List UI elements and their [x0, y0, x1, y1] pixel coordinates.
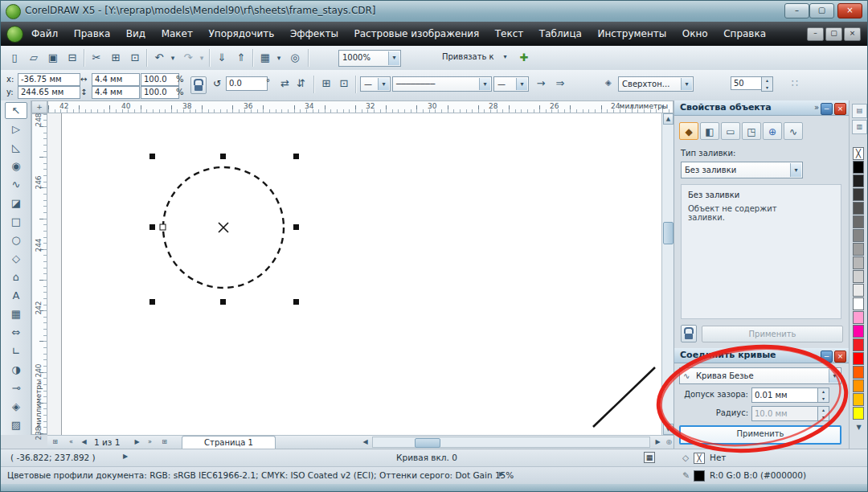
basic-shapes-tool[interactable]: ⌂	[5, 269, 27, 285]
menu-effects[interactable]: Эффекты	[284, 22, 345, 46]
redo-icon[interactable]: ↷	[179, 49, 197, 67]
menu-arrange[interactable]: Упорядочить	[202, 22, 280, 46]
connector-tool[interactable]: ∟	[5, 342, 27, 359]
blend-tool[interactable]: ◑	[5, 361, 27, 378]
print-icon[interactable]: ⊟	[63, 49, 81, 67]
paste-icon[interactable]: ⊡	[126, 49, 144, 67]
zoom-tool[interactable]: ◉	[5, 158, 27, 174]
docker-minimize-icon[interactable]: −	[821, 103, 833, 115]
doc-restore-button[interactable]: ▢	[825, 27, 842, 41]
save-icon[interactable]: ▣	[44, 49, 62, 67]
ellipse-tool[interactable]: ○	[5, 232, 27, 248]
docker-tab-icon[interactable]: ▥	[852, 120, 867, 134]
pick-tool[interactable]: ↖	[5, 102, 27, 119]
object-properties-apply-button[interactable]: Применить	[702, 326, 843, 342]
rectangle-tool[interactable]: □	[5, 213, 27, 230]
fill-type-combo[interactable]: Без заливки ▾	[681, 162, 803, 178]
undo-dropdown-icon[interactable]: ▾	[167, 49, 178, 67]
palette-swatch[interactable]	[853, 338, 864, 351]
docker-close-icon[interactable]: ×	[834, 351, 846, 363]
outline-end-arrow-icon[interactable]: ▾	[516, 78, 527, 90]
order-icon[interactable]: ⊡	[336, 76, 352, 91]
outline-pen-tool[interactable]: ◈	[5, 398, 27, 415]
next-page-icon[interactable]: ▶	[131, 437, 143, 448]
cut-icon[interactable]: ✂	[88, 49, 105, 67]
add-page-icon[interactable]: ⊞	[49, 437, 61, 448]
palette-swatch[interactable]	[853, 284, 864, 297]
stepper-down-icon[interactable]: ▾	[818, 414, 829, 421]
menu-file[interactable]: Файл	[25, 22, 64, 46]
radius-stepper[interactable]: ▴ ▾	[817, 406, 829, 421]
scroll-down-icon[interactable]: ▼	[663, 424, 674, 435]
mirror-vertical-icon[interactable]: ⇵	[293, 76, 309, 91]
close-button[interactable]: ×	[837, 3, 862, 18]
pattern-dots-icon[interactable]: ∷	[787, 76, 803, 91]
menu-edit[interactable]: Правка	[68, 22, 117, 46]
palette-swatch[interactable]	[853, 215, 864, 228]
outline-start-arrow-icon[interactable]: ▾	[378, 78, 389, 90]
document-palette-icon[interactable]: ▦	[644, 452, 655, 463]
menu-layout[interactable]: Макет	[155, 22, 199, 46]
palette-swatch[interactable]	[853, 379, 864, 392]
text-tool[interactable]: А	[5, 287, 27, 304]
wrap-text-icon[interactable]: ⊞	[318, 76, 334, 91]
outline-style-combo[interactable]: ──────── ▾	[392, 76, 492, 92]
rotation-angle-field[interactable]: 0.0	[226, 76, 268, 91]
open-icon[interactable]: ▱	[25, 49, 43, 67]
shape-tool[interactable]: ▷	[5, 121, 27, 137]
horizontal-scroll-thumb[interactable]	[415, 438, 440, 448]
stepper-down-icon[interactable]: ▾	[762, 84, 772, 92]
tab-internet-icon[interactable]: ⊕	[763, 122, 782, 140]
tab-fill-icon[interactable]: ◆	[679, 122, 698, 140]
y-position-field[interactable]: 244.65 мм	[18, 86, 80, 99]
profiles-expand-icon[interactable]: ▶	[499, 470, 504, 478]
join-curves-header[interactable]: Соединить кривые − ×	[674, 348, 850, 363]
outline-end-combo[interactable]: — ▾	[493, 76, 529, 92]
arrowhead-end-icon[interactable]: ⇒	[552, 76, 568, 91]
object-properties-header[interactable]: Свойства объекта » − ×	[674, 100, 850, 116]
last-page-icon[interactable]: »	[144, 437, 156, 448]
polygon-tool[interactable]: ◇	[5, 250, 27, 267]
outline-start-combo[interactable]: — ▾	[360, 76, 391, 92]
lock-ratio-icon[interactable]	[190, 76, 207, 94]
mirror-horizontal-icon[interactable]: ⇄	[277, 76, 293, 91]
gap-tolerance-field[interactable]: 0.01 мм	[751, 387, 822, 403]
join-curves-apply-button[interactable]: Применить	[679, 425, 841, 445]
crop-tool[interactable]: ◺	[5, 139, 27, 156]
menu-view[interactable]: Вид	[120, 22, 152, 46]
palette-swatch[interactable]	[853, 161, 864, 174]
gap-tolerance-stepper[interactable]: ▴ ▾	[817, 387, 829, 403]
palette-swatch[interactable]	[853, 352, 864, 365]
zoom-level-combo[interactable]: 1000% ▾	[338, 50, 401, 67]
undo-icon[interactable]: ↶	[150, 49, 168, 67]
join-mode-combo[interactable]: ∿ Кривая Безье ▾	[679, 367, 841, 384]
doc-close-button[interactable]: ×	[844, 27, 861, 41]
object-height-field[interactable]: 4.4 мм	[92, 86, 140, 99]
palette-swatch[interactable]	[853, 325, 864, 338]
menu-table[interactable]: Таблица	[533, 22, 588, 46]
docker-lock-icon[interactable]	[681, 325, 697, 342]
stepper-up-icon[interactable]: ▴	[818, 388, 829, 396]
horizontal-scrollbar[interactable]	[372, 437, 650, 448]
tab-general-icon[interactable]: ▭	[721, 122, 740, 140]
zoom-combo-arrow-icon[interactable]: ▾	[388, 51, 399, 65]
coords-expand-icon[interactable]: ▶	[123, 453, 128, 460]
palette-scroll-down-icon[interactable]: ▼	[853, 422, 865, 433]
scale-y-field[interactable]: 100.0	[141, 86, 179, 99]
palette-swatch[interactable]	[853, 229, 864, 242]
horizontal-ruler[interactable]: 42 40 38 36 34 32 30 28 26 24 миллиметры	[47, 100, 674, 113]
menu-window[interactable]: Окно	[676, 22, 714, 46]
minimize-button[interactable]: –	[784, 3, 809, 18]
diagonal-line-object[interactable]	[593, 367, 655, 427]
palette-swatch[interactable]	[853, 393, 864, 406]
vertical-scrollbar[interactable]: ▲ ▼	[661, 113, 674, 435]
join-mode-arrow-icon[interactable]: ▾	[829, 369, 840, 383]
page-tab[interactable]: Страница 1	[182, 436, 276, 449]
fill-type-arrow-icon[interactable]: ▾	[790, 163, 801, 177]
docker-tab-icon[interactable]: ▤	[852, 104, 867, 118]
outline-width-combo[interactable]: Сверхтон... ▾	[618, 76, 694, 92]
docker-minimize-icon[interactable]: −	[821, 351, 833, 363]
arrowhead-start-icon[interactable]: →	[533, 76, 549, 91]
palette-swatch[interactable]	[853, 311, 864, 324]
palette-swatch[interactable]	[853, 188, 864, 201]
